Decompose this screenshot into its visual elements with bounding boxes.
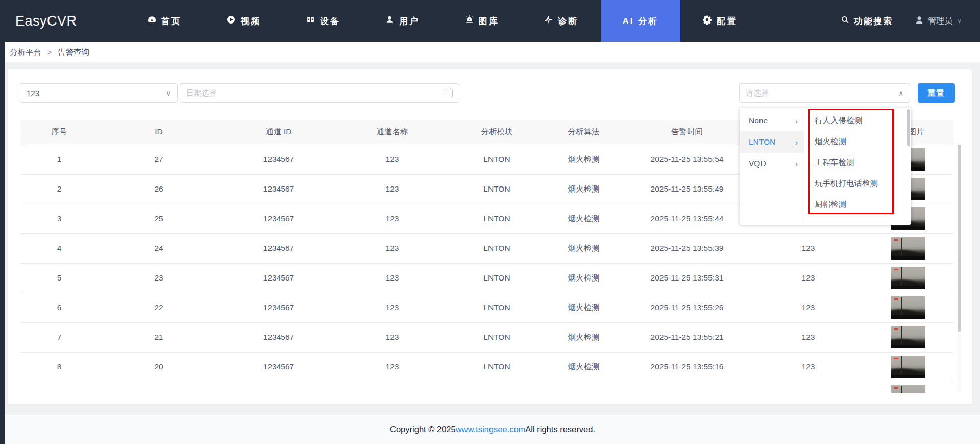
header-alarm-time: 告警时间 <box>621 120 753 145</box>
header-channel-name: 通道名称 <box>337 120 447 145</box>
cell-module: LNTON <box>447 204 547 233</box>
user-icon <box>385 15 395 27</box>
cell-extra <box>753 382 863 393</box>
alarm-thumbnail[interactable] <box>891 326 925 348</box>
table-row: 4 24 1234567 123 LNTON 烟火检测 2025-11-25 1… <box>21 233 953 263</box>
option-chef-hat[interactable]: 厨帽检测 <box>804 194 911 215</box>
cascader-group-lnton[interactable]: LNTON › <box>740 131 804 153</box>
cell-algorithm: 烟火检测 <box>547 233 621 263</box>
chevron-down-icon: ∨ <box>166 89 171 97</box>
admin-avatar-icon <box>914 15 924 27</box>
option-pedestrian-intrusion[interactable]: 行人入侵检测 <box>804 110 911 131</box>
option-engineering-vehicle[interactable]: 工程车检测 <box>804 152 911 173</box>
cell-channel-name: 123 <box>337 352 447 382</box>
cell-id: 20 <box>97 352 220 382</box>
dashboard-icon <box>147 15 157 27</box>
option-phone-usage[interactable]: 玩手机打电话检测 <box>804 173 911 194</box>
copyright-suffix: All rights reserved. <box>525 425 595 434</box>
dropdown-scrollbar-thumb[interactable] <box>907 109 910 146</box>
nav-item-device[interactable]: 设备 <box>283 0 363 42</box>
chevron-right-icon: › <box>795 159 798 168</box>
cascader-group-none[interactable]: None › <box>740 110 804 131</box>
table-scrollbar <box>958 145 961 393</box>
diagnosis-icon <box>544 15 553 27</box>
alarm-thumbnail[interactable] <box>891 267 925 289</box>
nav-item-gallery[interactable]: 图库 <box>442 0 522 42</box>
cell-algorithm: 烟火检测 <box>547 145 621 174</box>
header-channel-id: 通道 ID <box>220 120 337 145</box>
date-picker-input[interactable]: 日期选择 <box>180 83 459 103</box>
cell-algorithm <box>547 382 621 393</box>
cell-channel-name: 123 <box>337 293 447 322</box>
cell-module: LNTON <box>447 322 547 352</box>
cell-extra: 123 <box>753 263 863 293</box>
cell-channel-id: 1234567 <box>220 174 337 204</box>
table-scrollbar-thumb[interactable] <box>958 145 961 332</box>
alarm-thumbnail[interactable] <box>891 356 925 378</box>
nav-item-ai-analysis[interactable]: AI 分析 <box>601 0 680 42</box>
chevron-right-icon: › <box>795 138 798 147</box>
alarm-thumbnail[interactable] <box>891 237 925 260</box>
main-nav: 首页 视频 设备 用户 图库 <box>125 0 760 42</box>
table-row: 7 21 1234567 123 LNTON 烟火检测 2025-11-25 1… <box>21 322 953 352</box>
cell-channel-name: 123 <box>337 263 447 293</box>
breadcrumb-root[interactable]: 分析平台 <box>10 47 41 58</box>
cell-id: 26 <box>97 174 220 204</box>
app-logo[interactable]: EasyCVR <box>15 0 77 42</box>
breadcrumb: 分析平台 > 告警查询 <box>10 42 89 62</box>
channel-select[interactable]: 123 ∨ <box>20 83 178 103</box>
cell-alarm-time: 2025-11-25 13:55:49 <box>621 174 753 204</box>
cell-algorithm: 烟火检测 <box>547 352 621 382</box>
cell-seq: 7 <box>21 322 97 352</box>
nav-item-home[interactable]: 首页 <box>125 0 204 42</box>
cell-seq: 4 <box>21 233 97 263</box>
table-row: 8 20 1234567 123 LNTON 烟火检测 2025-11-25 1… <box>21 352 953 382</box>
cell-alarm-image <box>863 263 953 293</box>
table-row <box>21 382 953 393</box>
cell-channel-name: 123 <box>337 233 447 263</box>
chevron-right-icon: › <box>795 116 798 125</box>
nav-item-diagnosis[interactable]: 诊断 <box>522 0 601 42</box>
table-row: 6 22 1234567 123 LNTON 烟火检测 2025-11-25 1… <box>21 293 953 322</box>
nav-item-config[interactable]: 配置 <box>680 0 760 42</box>
cell-seq: 1 <box>21 145 97 174</box>
chevron-down-icon: ∨ <box>957 17 962 25</box>
breadcrumb-current: 告警查询 <box>58 47 89 58</box>
cell-alarm-image <box>863 322 953 352</box>
user-menu[interactable]: 管理员 ∨ <box>914 15 962 27</box>
calendar-icon[interactable] <box>445 89 453 97</box>
cell-channel-id: 1234567 <box>220 352 337 382</box>
cell-alarm-image <box>863 293 953 322</box>
cell-id: 27 <box>97 145 220 174</box>
cell-seq <box>21 382 97 393</box>
cell-channel-name <box>337 382 447 393</box>
cell-seq: 6 <box>21 293 97 322</box>
algorithm-select[interactable]: 请选择 ∧ <box>739 83 910 103</box>
search-icon <box>841 15 849 27</box>
cell-algorithm: 烟火检测 <box>547 263 621 293</box>
device-icon <box>306 15 315 27</box>
cell-alarm-time: 2025-11-25 13:55:21 <box>621 322 753 352</box>
nav-item-user[interactable]: 用户 <box>363 0 443 42</box>
footer-link[interactable]: www.tsingsee.com <box>456 425 526 434</box>
cell-extra: 123 <box>753 233 863 263</box>
left-edge-strip <box>0 42 5 444</box>
cascader-option-list: 行人入侵检测 烟火检测 工程车检测 玩手机打电话检测 厨帽检测 <box>804 108 911 225</box>
function-search[interactable]: 功能搜索 <box>841 15 893 27</box>
option-smoke-fire[interactable]: 烟火检测 <box>804 131 911 152</box>
cell-alarm-image <box>863 233 953 263</box>
nav-right: 功能搜索 管理员 ∨ <box>841 0 980 42</box>
cascader-group-vqd[interactable]: VQD › <box>740 153 804 174</box>
nav-item-video[interactable]: 视频 <box>204 0 284 42</box>
cell-alarm-time: 2025-11-25 13:55:54 <box>621 145 753 174</box>
cell-alarm-time: 2025-11-25 13:55:16 <box>621 352 753 382</box>
cell-algorithm: 烟火检测 <box>547 322 621 352</box>
alarm-thumbnail[interactable] <box>891 296 925 319</box>
cell-channel-name: 123 <box>337 322 447 352</box>
cell-alarm-time <box>621 382 753 393</box>
alarm-thumbnail[interactable] <box>891 385 925 393</box>
reset-button[interactable]: 重置 <box>918 83 955 103</box>
cell-id: 25 <box>97 204 220 233</box>
copyright-prefix: Copyright © 2025 <box>390 425 456 434</box>
cell-algorithm: 烟火检测 <box>547 204 621 233</box>
